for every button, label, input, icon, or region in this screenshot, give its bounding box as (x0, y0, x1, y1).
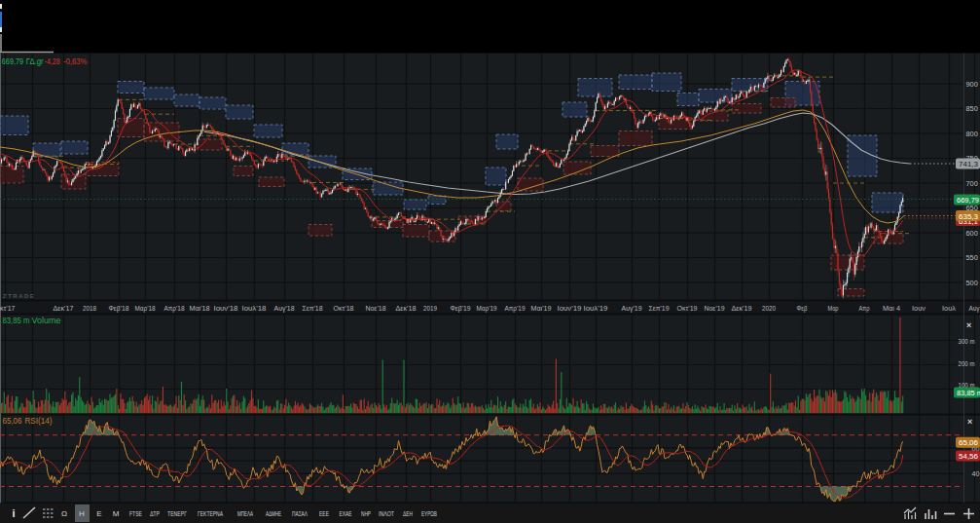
svg-text:ΜΠΕΛΑ: ΜΠΕΛΑ (237, 509, 253, 518)
svg-text:Φεβ'18: Φεβ'18 (109, 304, 129, 313)
svg-text:-4,28: -4,28 (45, 56, 60, 66)
svg-text:Ιουν'18: Ιουν'18 (214, 304, 239, 313)
svg-text:Μαι'18: Μαι'18 (190, 304, 210, 313)
svg-text:ΔΤΡ: ΔΤΡ (150, 509, 160, 518)
svg-text:Η: Η (79, 509, 85, 518)
svg-text:Απρ'19: Απρ'19 (505, 304, 526, 313)
svg-text:2020: 2020 (762, 304, 776, 313)
svg-text:ΤΕΝΕΡΓ: ΤΕΝΕΡΓ (167, 509, 187, 518)
svg-text:ΕΧΑΕ: ΕΧΑΕ (340, 509, 352, 518)
svg-text:83,85 m: 83,85 m (957, 389, 980, 397)
svg-text:Νοε'18: Νοε'18 (366, 304, 386, 313)
svg-text:Νοε'19: Νοε'19 (705, 304, 725, 313)
svg-text:Σεπ'18: Σεπ'18 (303, 304, 323, 313)
svg-text:Απρ'18: Απρ'18 (164, 304, 185, 313)
svg-text:i: i (12, 507, 15, 519)
svg-text:Ιουλ: Ιουλ (942, 304, 956, 313)
svg-text:Οκτ'17: Οκτ'17 (0, 304, 16, 313)
svg-text:×: × (967, 417, 972, 427)
svg-text:40: 40 (972, 469, 980, 478)
svg-text:65,06: 65,06 (959, 438, 978, 447)
svg-text:2019: 2019 (423, 304, 437, 313)
svg-text:Φεβ'19: Φεβ'19 (451, 304, 471, 313)
svg-text:Δεκ'19: Δεκ'19 (732, 304, 752, 313)
svg-text:Μαρ'18: Μαρ'18 (135, 304, 156, 313)
svg-text:669,79: 669,79 (957, 196, 979, 205)
svg-text:ΙΝΛΟΤ: ΙΝΛΟΤ (379, 509, 394, 518)
svg-text:200 m: 200 m (959, 359, 975, 368)
svg-text:Οκτ'19: Οκτ'19 (677, 304, 698, 313)
svg-text:83,85 m: 83,85 m (3, 316, 30, 325)
svg-text:2018: 2018 (83, 304, 96, 313)
svg-text:741,3: 741,3 (959, 160, 978, 168)
svg-text:600: 600 (966, 229, 979, 238)
svg-text:Ιουν'19: Ιουν'19 (558, 304, 583, 313)
svg-text:700: 700 (966, 179, 979, 188)
svg-text:65,06: 65,06 (3, 416, 22, 426)
svg-text:Ω: Ω (61, 509, 67, 518)
svg-text:54,56: 54,56 (959, 452, 978, 461)
svg-text:500: 500 (966, 279, 979, 287)
svg-text:Αυγ'19: Αυγ'19 (622, 304, 642, 313)
svg-text:ΝΗΡ: ΝΗΡ (361, 509, 371, 518)
svg-text:550: 550 (966, 253, 979, 262)
svg-text:RSI(14): RSI(14) (25, 416, 53, 426)
svg-text:Μαρ: Μαρ (828, 304, 839, 313)
svg-text:635,3: 635,3 (959, 212, 978, 221)
svg-text:Σεπ'19: Σεπ'19 (649, 304, 670, 313)
svg-text:ΔΕΗ: ΔΕΗ (403, 509, 413, 518)
svg-text:Ιουλ'18: Ιουλ'18 (242, 304, 268, 313)
svg-text:ΕΕΕ: ΕΕΕ (319, 509, 329, 518)
svg-text:Δεκ'17: Δεκ'17 (54, 304, 74, 313)
svg-text:900: 900 (966, 80, 979, 89)
svg-text:Αυγ'18: Αυγ'18 (274, 304, 295, 313)
svg-text:Μ: Μ (113, 509, 120, 518)
svg-text:ΑΔΜΗΕ: ΑΔΜΗΕ (266, 509, 281, 518)
svg-text:Μαι'19: Μαι'19 (531, 304, 552, 313)
svg-text:ΓΕΚΤΕΡΝΑ: ΓΕΚΤΕΡΝΑ (198, 509, 223, 518)
svg-text:Ιουλ'19: Ιουλ'19 (584, 304, 609, 313)
svg-text:Volume: Volume (32, 316, 61, 325)
svg-text:FTSE: FTSE (129, 509, 142, 518)
svg-text:Δεκ'18: Δεκ'18 (396, 304, 417, 313)
svg-text:-0,63%: -0,63% (63, 56, 88, 66)
svg-text:300 m: 300 m (959, 337, 975, 346)
svg-text:ΕΥΡΩΒ: ΕΥΡΩΒ (421, 509, 437, 518)
svg-text:Απρ: Απρ (859, 304, 870, 313)
svg-text:Ιουν: Ιουν (912, 304, 926, 313)
svg-text:ΓΔ.gr: ΓΔ.gr (26, 56, 44, 66)
svg-text:Οκτ'18: Οκτ'18 (334, 304, 354, 313)
svg-text:800: 800 (966, 130, 979, 138)
svg-text:850: 850 (966, 104, 979, 113)
svg-text:Μαι 4: Μαι 4 (883, 304, 900, 313)
svg-text:ΠΑΣΑΛ: ΠΑΣΑΛ (292, 509, 308, 518)
svg-text:ZTRADE: ZTRADE (3, 293, 35, 299)
svg-text:Μαρ'19: Μαρ'19 (477, 304, 497, 313)
svg-text:×: × (966, 320, 971, 330)
svg-text:Ε: Ε (96, 509, 101, 518)
svg-text:Αυγ: Αυγ (969, 304, 980, 313)
svg-text:669,79: 669,79 (2, 56, 24, 66)
svg-text:Φεβ: Φεβ (797, 304, 808, 313)
